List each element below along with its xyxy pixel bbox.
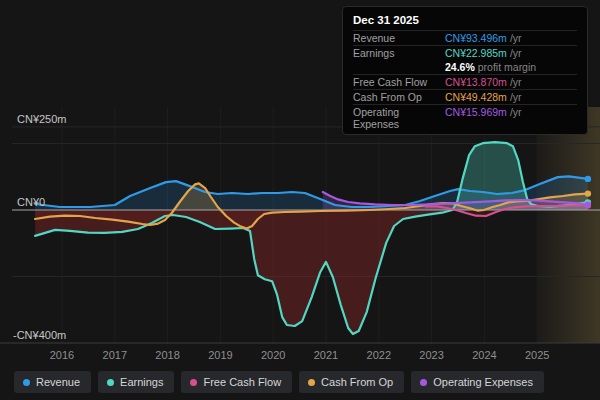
tooltip-row-label: Operating Expenses [353, 106, 445, 130]
tooltip-row-value: CN¥93.496m [445, 32, 507, 44]
tooltip-row-suffix: /yr [510, 106, 522, 118]
tooltip-row-earnings: EarningsCN¥22.985m/yr [353, 45, 577, 60]
x-axis-label-2025: 2025 [519, 349, 555, 361]
tooltip-row-label: Earnings [353, 47, 445, 59]
legend-item-label: Revenue [36, 376, 80, 388]
cash_from_op-dot-icon [308, 379, 315, 386]
forecast-band [537, 107, 600, 343]
x-axis-label-2020: 2020 [255, 349, 291, 361]
tooltip-row-profit-margin: 24.6%profit margin [353, 60, 577, 74]
tooltip-row-value: 24.6% [445, 61, 475, 73]
legend: RevenueEarningsFree Cash FlowCash From O… [14, 371, 544, 393]
tooltip-row-free-cash-flow: Free Cash FlowCN¥13.870m/yr [353, 74, 577, 89]
financial-history-chart: CN¥250mCN¥0-CN¥400m 20162017201820192020… [0, 0, 600, 400]
earnings-dot-icon [107, 379, 114, 386]
x-axis-label-2024: 2024 [466, 349, 502, 361]
legend-item-cash_from_op[interactable]: Cash From Op [299, 371, 404, 393]
operating_expenses-end-dot [585, 202, 591, 208]
tooltip-date: Dec 31 2025 [353, 12, 577, 30]
tooltip-row-value: CN¥13.870m [445, 76, 507, 88]
x-axis-label-2017: 2017 [97, 349, 133, 361]
legend-item-operating_expenses[interactable]: Operating Expenses [411, 371, 544, 393]
x-axis-label-2018: 2018 [150, 349, 186, 361]
x-axis-label-2023: 2023 [414, 349, 450, 361]
x-axis-label-2016: 2016 [44, 349, 80, 361]
legend-item-earnings[interactable]: Earnings [98, 371, 174, 393]
legend-item-label: Earnings [120, 376, 163, 388]
revenue-end-dot [585, 176, 591, 182]
tooltip-row-suffix: /yr [510, 47, 522, 59]
legend-item-label: Operating Expenses [433, 376, 533, 388]
free_cash_flow-dot-icon [190, 379, 197, 386]
tooltip-row-suffix: /yr [510, 76, 522, 88]
tooltip-row-suffix: profit margin [478, 61, 536, 73]
legend-item-label: Free Cash Flow [203, 376, 281, 388]
tooltip: Dec 31 2025 RevenueCN¥93.496m/yrEarnings… [342, 6, 588, 135]
y-axis-label--400: -CN¥400m [13, 329, 66, 341]
y-axis-label-250: CN¥250m [17, 113, 67, 125]
tooltip-row-suffix: /yr [510, 91, 522, 103]
operating_expenses-dot-icon [420, 379, 427, 386]
tooltip-row-value: CN¥15.969m [445, 106, 507, 118]
tooltip-row-operating-expenses: Operating ExpensesCN¥15.969m/yr [353, 104, 577, 131]
tooltip-row-value: CN¥49.428m [445, 91, 507, 103]
legend-item-revenue[interactable]: Revenue [14, 371, 91, 393]
tooltip-row-label: Revenue [353, 32, 445, 44]
revenue-dot-icon [23, 379, 30, 386]
tooltip-row-cash-from-op: Cash From OpCN¥49.428m/yr [353, 89, 577, 104]
tooltip-row-suffix: /yr [510, 32, 522, 44]
y-axis-label-0: CN¥0 [17, 196, 45, 208]
x-axis-label-2022: 2022 [361, 349, 397, 361]
tooltip-row-revenue: RevenueCN¥93.496m/yr [353, 30, 577, 45]
x-axis-label-2019: 2019 [202, 349, 238, 361]
cash_from_op-end-dot [585, 190, 591, 196]
legend-item-label: Cash From Op [321, 376, 393, 388]
tooltip-row-label: Free Cash Flow [353, 76, 445, 88]
tooltip-row-value: CN¥22.985m [445, 47, 507, 59]
x-axis-label-2021: 2021 [308, 349, 344, 361]
tooltip-rows: RevenueCN¥93.496m/yrEarningsCN¥22.985m/y… [353, 30, 577, 131]
legend-item-free_cash_flow[interactable]: Free Cash Flow [181, 371, 292, 393]
tooltip-row-label: Cash From Op [353, 91, 445, 103]
